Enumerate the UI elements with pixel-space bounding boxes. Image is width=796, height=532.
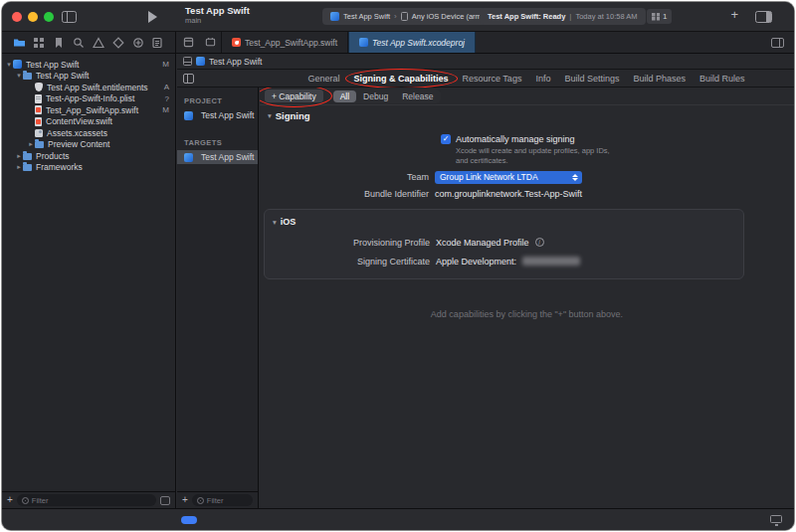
- item-label: Test App Swift: [36, 71, 89, 81]
- bundle-identifier-field[interactable]: com.grouplinknetwork.Test-App-Swift: [435, 189, 582, 199]
- ios-section-title: iOS: [281, 217, 297, 227]
- dropdown-arrows-icon: [570, 171, 579, 184]
- scm-status-badge: A: [164, 83, 169, 91]
- split-editor-icon[interactable]: [771, 38, 784, 48]
- recent-files-icon[interactable]: [199, 32, 221, 53]
- scm-status-badge: M: [162, 60, 169, 69]
- navigator-item-entitlements[interactable]: Test App Swift.entitlements A: [2, 82, 175, 93]
- editor-tab-xcodeproj[interactable]: Test App Swift.xcodeproj: [348, 32, 476, 53]
- disclosure-chevron-icon[interactable]: ▸: [15, 152, 23, 160]
- ios-section-header[interactable]: ▾ iOS: [265, 216, 743, 229]
- display-icon[interactable]: [770, 515, 782, 523]
- project-row[interactable]: Test App Swift: [177, 108, 258, 122]
- chevron-separator: ›: [394, 12, 397, 21]
- navigator-item-info-plist[interactable]: Test-App-Swift-Info.plist ?: [2, 93, 175, 105]
- debug-navigator-icon[interactable]: [131, 36, 144, 49]
- tab-info[interactable]: Info: [535, 74, 550, 84]
- issue-navigator-icon[interactable]: [92, 36, 104, 49]
- disclosure-chevron-icon[interactable]: ▸: [27, 140, 35, 148]
- item-label: Test_App_SwiftApp.swift: [46, 105, 138, 115]
- navigator-item-app-swift[interactable]: Test_App_SwiftApp.swift M: [2, 104, 175, 116]
- file-tree: ▾ Test App Swift M ▾ Test App Swift Test…: [2, 59, 175, 173]
- capability-toolbar: + Capability All Debug Release: [260, 88, 794, 105]
- minimize-window-button[interactable]: [28, 12, 38, 22]
- disclosure-chevron-icon[interactable]: ▸: [15, 163, 23, 171]
- tab-build-rules[interactable]: Build Rules: [699, 74, 745, 84]
- activity-status[interactable]: Test App Swift: Ready | Today at 10:58 A…: [480, 8, 646, 25]
- jump-bar-label: Test App Swift: [209, 57, 262, 67]
- team-dropdown[interactable]: Group Link Network LTDA: [435, 171, 582, 184]
- chevron-down-icon: ▾: [273, 218, 277, 227]
- provisioning-profile-value: Xcode Managed Profile: [436, 238, 529, 248]
- chevron-down-icon: ▾: [268, 111, 272, 120]
- scheme-destination-picker[interactable]: Test App Swift › Any iOS Device (arm64): [322, 8, 500, 25]
- auto-manage-signing-checkbox[interactable]: [441, 134, 451, 144]
- tab-build-settings[interactable]: Build Settings: [564, 74, 619, 84]
- bottom-status-bar: [2, 508, 794, 530]
- navigator-item-group[interactable]: ▾ Test App Swift: [2, 71, 175, 83]
- branch-name: main: [185, 17, 250, 26]
- configuration-segmented-control: All Debug Release: [332, 89, 442, 103]
- project-navigator-icon[interactable]: [13, 36, 26, 49]
- close-window-button[interactable]: [12, 12, 22, 22]
- swift-file-icon: [35, 117, 42, 126]
- test-navigator-icon[interactable]: [111, 36, 124, 49]
- signing-section-header[interactable]: ▾ Signing: [260, 106, 794, 124]
- auto-manage-signing-description: Xcode will create and update profiles, a…: [456, 146, 615, 166]
- device-icon: [401, 12, 408, 21]
- disclosure-chevron-icon[interactable]: ▾: [5, 61, 13, 69]
- editor-tab-swift-file[interactable]: Test_App_SwiftApp.swift: [221, 32, 348, 53]
- xcode-project-icon: [196, 57, 205, 66]
- jump-bar[interactable]: Test App Swift: [177, 54, 794, 70]
- add-target-button[interactable]: +: [182, 495, 188, 505]
- related-items-icon[interactable]: [183, 57, 192, 66]
- navigator-item-preview-content[interactable]: ▸ Preview Content: [2, 139, 175, 151]
- navigator-item-products[interactable]: ▸ Products: [2, 150, 175, 162]
- segment-all[interactable]: All: [333, 90, 356, 102]
- segment-debug[interactable]: Debug: [356, 90, 395, 102]
- report-navigator-icon[interactable]: [151, 36, 164, 49]
- hide-project-panel-icon[interactable]: [183, 74, 194, 84]
- navigator-item-frameworks[interactable]: ▸ Frameworks: [2, 162, 175, 174]
- editor-tab-label: Test App Swift.xcodeproj: [372, 38, 465, 48]
- navigator-item-contentview[interactable]: ContentView.swift: [2, 116, 175, 128]
- bookmark-navigator-icon[interactable]: [53, 36, 66, 49]
- find-navigator-icon[interactable]: [73, 36, 86, 49]
- run-button[interactable]: [148, 11, 157, 23]
- target-row[interactable]: Test App Swift: [177, 150, 258, 164]
- tab-build-phases[interactable]: Build Phases: [633, 74, 686, 84]
- info-icon[interactable]: i: [535, 238, 544, 247]
- panel-filter-bar: + Filter: [177, 491, 258, 508]
- issue-badge[interactable]: 1: [647, 9, 672, 24]
- toggle-inspector-icon[interactable]: [755, 11, 772, 23]
- add-capability-button[interactable]: + Capability: [265, 89, 323, 102]
- filter-placeholder: Filter: [32, 496, 49, 505]
- issue-count: 1: [663, 12, 667, 21]
- assets-icon: [35, 129, 43, 137]
- add-file-button[interactable]: +: [7, 495, 13, 505]
- tab-overview-icon[interactable]: [177, 32, 199, 53]
- folder-icon: [23, 73, 32, 80]
- project-header: PROJECT: [177, 88, 258, 108]
- disclosure-chevron-icon[interactable]: ▾: [15, 72, 23, 80]
- swift-file-icon: [35, 105, 42, 114]
- tab-signing-capabilities[interactable]: Signing & Capabilities: [354, 74, 449, 84]
- bundle-identifier-row: Bundle Identifier com.grouplinknetwork.T…: [260, 189, 794, 199]
- item-label: Preview Content: [48, 139, 109, 149]
- segment-release[interactable]: Release: [395, 90, 440, 102]
- navigator-item-assets[interactable]: Assets.xcassets: [2, 127, 175, 139]
- app-target-icon: [184, 153, 193, 162]
- navigator-item-project[interactable]: ▾ Test App Swift M: [2, 59, 175, 71]
- tab-general[interactable]: General: [307, 74, 339, 84]
- source-control-navigator-icon[interactable]: [33, 36, 46, 49]
- navigator-filter-field[interactable]: Filter: [17, 494, 156, 506]
- toggle-navigator-icon[interactable]: [62, 11, 77, 23]
- panel-filter-field[interactable]: Filter: [192, 494, 253, 506]
- add-tab-button[interactable]: +: [730, 7, 738, 22]
- tab-resource-tags[interactable]: Resource Tags: [463, 74, 522, 84]
- filter-recent-icon[interactable]: [160, 496, 170, 505]
- target-row-label: Test App Swift: [201, 152, 254, 162]
- signing-certificate-row: Signing Certificate Apple Development:: [265, 257, 743, 266]
- zoom-window-button[interactable]: [44, 12, 54, 22]
- status-time: Today at 10:58 AM: [575, 12, 637, 21]
